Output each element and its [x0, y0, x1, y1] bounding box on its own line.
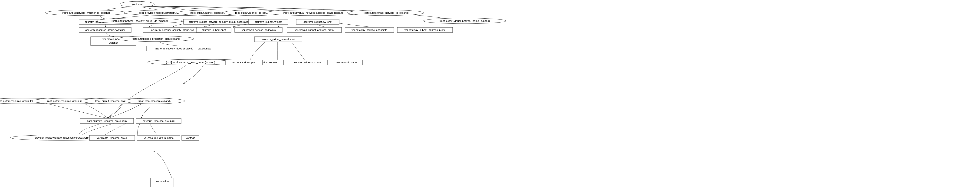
node-var-subnets: var.subnets — [193, 46, 216, 51]
node-var-fw-endpoints-label: var.firewall_service_endpoints — [242, 29, 276, 31]
node-var-location-label-line1: var location — [156, 180, 169, 183]
node-rg-nwatcher-label: azurerm_resource_group.nwatcher — [85, 29, 125, 31]
node-gw-snet-label: azurerm_subnet.gw_snet — [304, 21, 332, 23]
node-var-fw-prefix: var.firewall_subnet_address_prefix — [287, 27, 342, 32]
node-var-gw-prefix-label: var.gateway_subnet_address_prefix — [404, 29, 445, 31]
node-var-subnets-label: var.subnets — [198, 47, 211, 50]
node-var-vnet-addr: var.vnet_address_space — [287, 60, 328, 65]
node-root-root-label: [root] root — [132, 3, 142, 6]
node-rg-nwatcher: azurerm_resource_group.nwatcher — [79, 27, 131, 32]
node-output-vnet-name-label: [root] output.virtual_network_name (expa… — [439, 19, 490, 22]
node-fw-snet: azurerm_subnet.fw-snet — [248, 19, 288, 24]
node-var-gw-prefix: var.gateway_subnet_address_prefix — [397, 27, 453, 32]
edge-vnet-to-dns — [250, 40, 267, 63]
edge-local-rg-to-data-rg — [108, 65, 186, 118]
node-rg-rg: azurerm_resource_group.rg — [136, 118, 181, 124]
edge-vnet-to-network-name — [290, 40, 306, 63]
node-var-create-rg: var.create_resource_group — [89, 135, 135, 140]
node-local-location-label: [root] local.location (expand) — [138, 100, 170, 102]
node-var-gw-endpoints: var.gateway_service_endpoints — [345, 27, 394, 32]
node-var-create-ddos: var.create_ddos_plan — [225, 60, 262, 65]
node-output-vnet-name: [root] output.virtual_network_name (expa… — [423, 18, 506, 24]
node-data-rg-rgrp-label: data.azurerm_resource_group.rgrp — [87, 119, 127, 122]
node-output-nsg-ids: [root] output.network_security_group_ids… — [96, 18, 182, 24]
edge-ddos-enabled-to-ddos-plan — [183, 65, 203, 84]
node-root-root: [root] root — [120, 2, 154, 7]
edge-rg-location-to-data-rg — [43, 103, 108, 118]
node-output-nw-id-label: [root] output.network_watcher_id (expand… — [62, 11, 110, 14]
node-output-ddos: [root] output.ddos_protection_plan (expa… — [117, 36, 194, 41]
node-rg-rg-label: azurerm_resource_group.rg — [143, 119, 175, 122]
edge-var-location-up — [153, 151, 172, 178]
node-var-rg-name-label: var.resource_group_name — [144, 136, 173, 139]
node-var-fw-endpoints: var.firewall_service_endpoints — [235, 27, 282, 32]
node-snet-label: azurerm_subnet.snet — [202, 29, 226, 31]
node-output-nsg-ids-label: [root] output.network_security_group_ids… — [111, 19, 168, 22]
node-var-rg-name: var.resource_group_name — [137, 135, 180, 140]
edge-local-location-to-data-rg — [108, 103, 144, 118]
edge-rg-name-to-data-rg — [83, 103, 108, 118]
node-data-rg-rgrp: data.azurerm_resource_group.rgrp — [80, 118, 134, 124]
node-output-ddos-label: [root] output.ddos_protection_plan (expa… — [131, 37, 180, 40]
node-output-vnet-address-space-label: [root] output.virtual_network_address_sp… — [283, 11, 344, 14]
node-var-network-name-label: var.network_name — [336, 61, 357, 64]
dependency-graph: [root] root [root] output.network_watche… — [0, 0, 980, 192]
node-var-location: var location — [151, 178, 174, 187]
node-var-create-rg-label: var.create_resource_group — [97, 136, 127, 139]
node-nsg-label: azurerm_network_security_group.nsg — [151, 29, 194, 31]
node-var-vnet-addr-label: var.vnet_address_space — [293, 61, 321, 64]
edge-rg-id-to-data-rg — [108, 103, 123, 118]
node-var-create-nw-label-line2: watcher — [109, 41, 118, 44]
node-local-rg-name: [root] local.resource_group_name (expand… — [148, 59, 234, 65]
node-var-fw-prefix-label: var.firewall_subnet_address_prefix — [294, 29, 334, 31]
node-vnet: azurerm_virtual_network.vnet — [255, 36, 302, 42]
node-gw-snet: azurerm_subnet.gw_snet — [296, 19, 339, 24]
node-local-location: [root] local.location (expand) — [124, 98, 185, 104]
edge-local-location-to-rg — [142, 103, 153, 118]
node-local-rg-name-label: [root] local.resource_group_name (expand… — [166, 61, 215, 63]
node-var-gw-endpoints-label: var.gateway_service_endpoints — [352, 29, 387, 31]
node-var-tags-label: var.tags — [186, 136, 195, 139]
node-provider-registry2-label: provider["registry.terraform.io/hashicor… — [35, 136, 91, 139]
node-output-vnet-id: [root] output.virtual_network_id (expand… — [347, 10, 424, 16]
node-nsg: azurerm_network_security_group.nsg — [143, 27, 202, 32]
node-fw-snet-label: azurerm_subnet.fw-snet — [255, 21, 282, 23]
node-var-tags: var.tags — [182, 135, 199, 140]
node-output-vnet-id-label: [root] output.virtual_network_id (expand… — [363, 11, 409, 14]
node-var-network-name: var.network_name — [331, 60, 363, 65]
node-snet: azurerm_subnet.snet — [196, 27, 231, 32]
node-var-create-ddos-label: var.create_ddos_plan — [232, 61, 256, 64]
node-vnet-label: azurerm_virtual_network.vnet — [262, 38, 295, 41]
node-output-nw-id: [root] output.network_watcher_id (expand… — [45, 10, 127, 16]
